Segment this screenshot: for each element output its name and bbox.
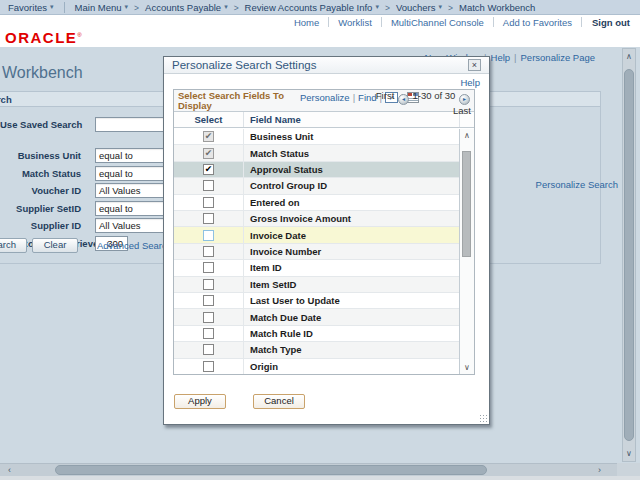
field-name: Gross Invoice Amount [250, 213, 351, 224]
checkbox-entered-on[interactable] [203, 197, 214, 208]
scrollbar-corner [617, 463, 640, 476]
utility-links: HomeWorklistMultiChannel ConsoleAdd to F… [285, 17, 582, 28]
checkbox-approval-status[interactable]: ✔ [203, 164, 214, 175]
checkbox-item-id[interactable] [203, 262, 214, 273]
checkbox-gross-invoice-amount[interactable] [203, 213, 214, 224]
page-title: Match Workbench [0, 64, 83, 82]
checkbox-item-setid[interactable] [203, 279, 214, 290]
voucher-id-label: Voucher ID [0, 185, 88, 196]
breadcrumb-separator: > [385, 3, 390, 13]
multichannel-console-link[interactable]: MultiChannel Console [382, 17, 493, 28]
checkbox-last-user-to-update[interactable] [203, 295, 214, 306]
dialog-titlebar[interactable]: Personalize Search Settings × [164, 57, 489, 74]
grid-row: Match Type [174, 342, 459, 358]
help-link[interactable]: Help [460, 77, 480, 88]
scroll-left-icon[interactable]: ‹ [8, 465, 11, 475]
page-content: New Window|Help|Personalize Page Match W… [0, 47, 640, 476]
previous-page-icon[interactable]: ◂ [398, 94, 409, 105]
grid-row: Origin [174, 359, 459, 374]
grid-scroll-up-icon[interactable]: ∧ [460, 131, 474, 140]
breadcrumb-item-review-accounts-payable-info[interactable]: Review Accounts Payable Info▾ [245, 2, 379, 13]
business-unit-label: Business Unit [0, 150, 88, 161]
breadcrumb-separator: > [234, 3, 239, 13]
horizontal-scroll-thumb[interactable] [55, 465, 487, 475]
field-name: Control Group ID [250, 180, 327, 191]
next-page-icon[interactable]: ▸ [459, 94, 470, 105]
grid-row: ✔Approval Status [174, 162, 459, 178]
personalize-search-link[interactable]: Personalize Search [536, 179, 618, 190]
checkbox-control-group-id[interactable] [203, 180, 214, 191]
grid-row: Invoice Date [174, 227, 459, 243]
field-name: Business Unit [250, 131, 313, 142]
grid-row: Gross Invoice Amount [174, 211, 459, 227]
field-name: Invoice Number [250, 246, 321, 257]
form-row: Supplier SetIDequal to [0, 201, 88, 216]
screen: Favorites ▾ Main Menu▾>Accounts Payable▾… [0, 0, 640, 480]
grid-row: Invoice Number [174, 244, 459, 260]
search-section-label: Search [0, 94, 12, 105]
search-button[interactable]: Search [0, 238, 27, 253]
sign-out-link[interactable]: Sign out [582, 17, 630, 28]
favorites-menu[interactable]: Favorites ▾ [8, 2, 54, 13]
grid-row: Last User to Update [174, 293, 459, 309]
scroll-up-icon[interactable]: ∧ [623, 52, 635, 61]
breadcrumb-item-accounts-payable[interactable]: Accounts Payable▾ [145, 2, 228, 13]
breadcrumb-item-vouchers[interactable]: Vouchers▾ [396, 2, 442, 13]
supplier-id-dropdown[interactable]: All Values [95, 218, 170, 233]
voucher-id-dropdown[interactable]: All Values [95, 183, 170, 198]
close-icon[interactable]: × [468, 59, 481, 71]
vertical-scroll-thumb[interactable] [624, 69, 634, 441]
grid-row: ✔Match Status [174, 145, 459, 161]
page-range: 1-30 of 30 [413, 90, 456, 101]
scroll-right-icon[interactable]: › [598, 465, 601, 475]
breadcrumb-item-match-workbench[interactable]: Match Workbench [459, 2, 535, 13]
checkbox-invoice-date[interactable] [203, 230, 214, 241]
breadcrumb-item-main-menu[interactable]: Main Menu▾ [75, 2, 129, 13]
home-link[interactable]: Home [285, 17, 328, 28]
checkbox-match-status: ✔ [203, 148, 214, 159]
divider [64, 2, 65, 13]
form-row: Match Statusequal to [0, 166, 88, 181]
grid-rows: ✔Business Unit✔Match Status✔Approval Sta… [174, 129, 459, 374]
advanced-search-link[interactable]: Advanced Search [97, 240, 172, 251]
grid-scroll-thumb[interactable] [462, 151, 471, 257]
scroll-down-icon[interactable]: ∨ [623, 449, 635, 458]
field-name: Match Type [250, 344, 302, 355]
oracle-logo: ORACLE [5, 29, 77, 46]
supplier-setid-dropdown[interactable]: equal to [95, 201, 170, 216]
resize-handle[interactable] [479, 414, 487, 422]
personalize-link[interactable]: Personalize [300, 92, 350, 103]
select-column-header: Select [174, 112, 243, 127]
grid-scroll-down-icon[interactable]: ∨ [460, 363, 474, 372]
last-link[interactable]: Last [453, 105, 471, 116]
grid-row: Match Rule ID [174, 326, 459, 342]
clear-button[interactable]: Clear [32, 238, 78, 253]
checkbox-origin[interactable] [203, 361, 214, 372]
business-unit-dropdown[interactable]: equal to [95, 148, 170, 163]
chevron-down-icon: ▾ [125, 3, 129, 11]
use-saved-search-dropdown[interactable] [95, 117, 170, 132]
first-link[interactable]: First [376, 90, 394, 101]
add-to-favorites-link[interactable]: Add to Favorites [494, 17, 581, 28]
match-status-dropdown[interactable]: equal to [95, 166, 170, 181]
grid-vertical-scrollbar[interactable]: ∧ ∨ [459, 129, 474, 374]
page-vertical-scrollbar[interactable]: ∧ ∨ [622, 48, 636, 462]
checkbox-match-due-date[interactable] [203, 312, 214, 323]
checkbox-match-type[interactable] [203, 344, 214, 355]
search-fields-grid: Select Search Fields To Display Personal… [173, 89, 475, 375]
help-link[interactable]: Help [491, 52, 511, 63]
apply-button[interactable]: Apply [174, 394, 226, 409]
grid-title: Select Search Fields To Display [178, 91, 296, 111]
personalize-page-link[interactable]: Personalize Page [521, 52, 595, 63]
form-row: Supplier IDAll Values [0, 218, 88, 233]
use-saved-search-label: Use Saved Search [0, 119, 88, 130]
page-horizontal-scrollbar[interactable]: ‹ › [0, 463, 617, 476]
grid-row: Item ID [174, 260, 459, 276]
worklist-link[interactable]: Worklist [329, 17, 381, 28]
checkbox-invoice-number[interactable] [203, 246, 214, 257]
utility-nav: HomeWorklistMultiChannel ConsoleAdd to F… [0, 15, 640, 29]
grid-header: Select Search Fields To Display Personal… [174, 90, 474, 112]
field-name: Item SetID [250, 279, 296, 290]
checkbox-match-rule-id[interactable] [203, 328, 214, 339]
cancel-button[interactable]: Cancel [253, 394, 305, 409]
